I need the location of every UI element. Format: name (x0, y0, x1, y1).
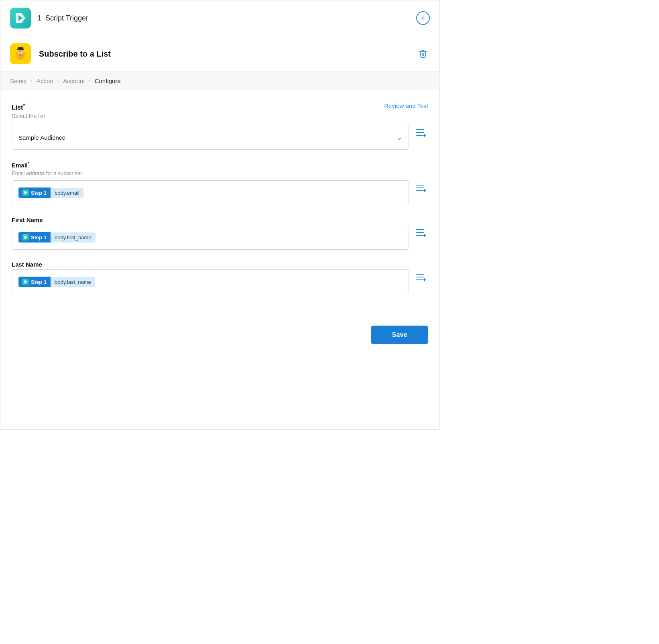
first-name-token-step-icon (22, 234, 29, 240)
list-select-value: Sample Audience (18, 134, 65, 141)
email-field-section: Email* Email address for a subscriber St… (12, 161, 428, 205)
list-field-row: Sample Audience ⌄ (12, 125, 428, 150)
email-token-value: body.email (51, 188, 83, 198)
email-field-description: Email address for a subscriber (12, 170, 428, 176)
trigger-number: 1 (37, 14, 41, 22)
last-name-field-section: Last Name Step 1 body.last_name (12, 261, 428, 294)
email-input-box[interactable]: Step 1 body.email (12, 180, 409, 205)
last-name-token-step-icon (22, 279, 29, 285)
review-and-test-link[interactable]: Review and Test (384, 102, 428, 109)
email-field-label: Email* (12, 161, 428, 169)
email-token: Step 1 body.email (18, 187, 83, 198)
first-name-field-label: First Name (12, 216, 428, 223)
last-name-field-row: Step 1 body.last_name (12, 269, 428, 294)
breadcrumb: Select › Action › Account › Configure (0, 72, 439, 90)
breadcrumb-sep-1: › (31, 78, 33, 84)
save-row: Save (0, 318, 439, 356)
first-name-token: Step 1 body.first_name (18, 232, 96, 243)
trigger-row: 1 Script Trigger + (0, 0, 439, 36)
last-name-add-mapping-button[interactable] (414, 273, 428, 281)
svg-point-5 (19, 53, 20, 53)
last-name-input-box[interactable]: Step 1 body.last_name (12, 269, 409, 294)
svg-rect-11 (18, 47, 23, 49)
list-section-header: List* Select the list Review and Test (12, 102, 428, 119)
svg-point-2 (17, 50, 24, 57)
list-field-description: Select the list (12, 113, 45, 119)
breadcrumb-sep-3: › (89, 78, 90, 84)
first-name-add-mapping-button[interactable] (414, 228, 428, 237)
last-name-token: Step 1 body.last_name (18, 277, 95, 287)
breadcrumb-action[interactable]: Action (37, 77, 53, 84)
last-name-token-step-label: Step 1 (31, 279, 47, 285)
breadcrumb-account[interactable]: Account (63, 77, 85, 84)
first-name-field-section: First Name Step 1 body.first_name (12, 216, 428, 250)
email-add-mapping-button[interactable] (414, 183, 428, 192)
first-name-token-step: Step 1 (18, 232, 51, 243)
trigger-logo (10, 8, 31, 29)
first-name-input-box[interactable]: Step 1 body.first_name (12, 225, 409, 250)
email-token-step-label: Step 1 (31, 190, 47, 196)
svg-point-9 (24, 52, 26, 55)
main-content: List* Select the list Review and Test Sa… (0, 90, 439, 318)
chevron-down-icon: ⌄ (397, 134, 402, 141)
breadcrumb-sep-2: › (57, 78, 59, 84)
list-field-label: List* (12, 102, 45, 111)
breadcrumb-select[interactable]: Select (10, 77, 27, 84)
add-trigger-button[interactable]: + (416, 11, 430, 25)
first-name-token-step-label: Step 1 (31, 234, 47, 240)
first-name-token-value: body.first_name (51, 232, 96, 243)
action-logo (10, 43, 31, 64)
last-name-token-step: Step 1 (18, 277, 51, 287)
last-name-token-value: body.last_name (51, 277, 95, 287)
breadcrumb-configure[interactable]: Configure (95, 77, 121, 84)
first-name-field-row: Step 1 body.first_name (12, 225, 428, 250)
list-field-section: Sample Audience ⌄ (12, 125, 428, 150)
svg-point-7 (20, 54, 21, 55)
list-add-mapping-button[interactable] (414, 128, 428, 137)
token-step-icon (22, 190, 29, 196)
email-token-step: Step 1 (18, 187, 51, 198)
action-row: Subscribe to a List (0, 36, 439, 72)
action-title: Subscribe to a List (39, 49, 416, 59)
trigger-title: Script Trigger (45, 14, 416, 22)
list-select-input[interactable]: Sample Audience ⌄ (12, 125, 409, 150)
save-button[interactable]: Save (371, 326, 428, 344)
email-field-row: Step 1 body.email (12, 180, 428, 205)
last-name-field-label: Last Name (12, 261, 428, 268)
delete-action-button[interactable] (416, 47, 430, 61)
svg-point-6 (22, 53, 22, 53)
svg-point-8 (16, 52, 18, 55)
